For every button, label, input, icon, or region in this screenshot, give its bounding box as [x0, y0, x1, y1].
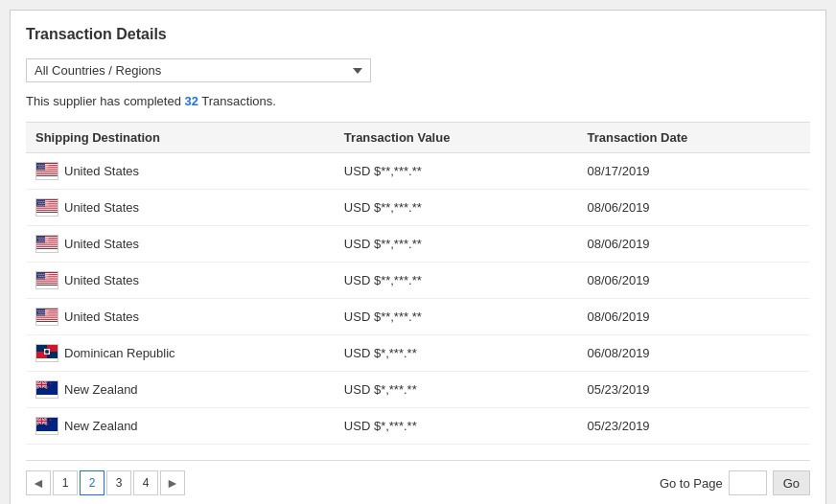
svg-rect-5: [36, 172, 58, 173]
svg-rect-16: [36, 209, 58, 210]
table-row: ★★★★★★ ★★★★★ ★★★★★★ United StatesUSD $**…: [26, 226, 810, 263]
shipping-destination-cell: New Zealand: [26, 372, 335, 408]
svg-rect-26: [36, 243, 58, 244]
transaction-count-link[interactable]: 32: [184, 94, 197, 108]
transaction-date-cell: 05/23/2019: [578, 408, 810, 445]
table-row: Dominican RepublicUSD $*,***.**06/08/201…: [26, 335, 810, 372]
dropdown-label: All Countries / Regions: [35, 63, 161, 78]
col-transaction-value: Transaction Value: [335, 123, 578, 153]
svg-rect-28: [36, 247, 58, 248]
table-row: New ZealandUSD $*,***.**05/23/2019: [26, 372, 810, 408]
svg-rect-6: [36, 174, 58, 175]
table-row: ★★★★★★ ★★★★★ ★★★★★★ United StatesUSD $**…: [26, 153, 810, 190]
svg-rect-17: [36, 211, 58, 212]
goto-page-button[interactable]: Go: [773, 470, 810, 495]
svg-rect-38: [36, 282, 58, 283]
transaction-date-cell: 05/23/2019: [578, 372, 810, 408]
goto-page-section: Go to Page Go: [660, 470, 810, 495]
transaction-value-cell: USD $**,***.**: [335, 299, 578, 335]
shipping-destination-cell: Dominican Republic: [26, 335, 335, 372]
svg-rect-37: [36, 280, 58, 281]
transaction-value-cell: USD $*,***.**: [335, 372, 578, 408]
page-controls: ◄ 1 2 3 4 ►: [26, 470, 185, 495]
transaction-value-cell: USD $*,***.**: [335, 408, 578, 445]
shipping-destination-cell: ★★★★★★ ★★★★★ ★★★★★★ United States: [26, 263, 335, 299]
table-header-row: Shipping Destination Transaction Value T…: [26, 123, 810, 153]
svg-rect-49: [36, 318, 58, 319]
transaction-value-cell: USD $*,***.**: [335, 335, 578, 372]
transaction-date-cell: 08/17/2019: [578, 153, 810, 190]
transaction-date-cell: 08/06/2019: [578, 263, 810, 299]
svg-rect-48: [36, 316, 58, 317]
svg-rect-27: [36, 245, 58, 246]
shipping-destination-cell: ★★★★★★ ★★★★★ ★★★★★★ United States: [26, 153, 335, 190]
svg-rect-39: [36, 284, 58, 285]
table-row: ★★★★★★ ★★★★★ ★★★★★★ United StatesUSD $**…: [26, 263, 810, 299]
goto-page-input[interactable]: [729, 470, 767, 495]
shipping-destination-cell: New Zealand: [26, 408, 335, 445]
transaction-date-cell: 08/06/2019: [578, 299, 810, 335]
svg-rect-50: [36, 320, 58, 321]
transaction-value-cell: USD $**,***.**: [335, 153, 578, 190]
page-2-button[interactable]: 2: [80, 470, 104, 495]
transaction-value-cell: USD $**,***.**: [335, 263, 578, 299]
svg-point-60: [45, 350, 49, 354]
col-transaction-date: Transaction Date: [578, 123, 810, 153]
transaction-value-cell: USD $**,***.**: [335, 226, 578, 263]
table-row: ★★★★★★ ★★★★★ ★★★★★★ United StatesUSD $**…: [26, 190, 810, 226]
transaction-details-panel: Transaction Details All Countries / Regi…: [10, 10, 826, 504]
goto-page-label: Go to Page: [660, 476, 723, 491]
col-shipping-destination: Shipping Destination: [26, 123, 335, 153]
page-4-button[interactable]: 4: [133, 470, 158, 495]
pagination-bar: ◄ 1 2 3 4 ► Go to Page Go: [26, 460, 810, 495]
page-title: Transaction Details: [26, 26, 810, 43]
transaction-count-text: This supplier has completed 32 Transacti…: [26, 94, 810, 108]
table-row: ★★★★★★ ★★★★★ ★★★★★★ United StatesUSD $**…: [26, 299, 810, 335]
transaction-date-cell: 06/08/2019: [578, 335, 810, 372]
chevron-down-icon: [353, 68, 362, 74]
filter-row: All Countries / Regions: [26, 58, 810, 82]
shipping-destination-cell: ★★★★★★ ★★★★★ ★★★★★★ United States: [26, 226, 335, 263]
table-row: New ZealandUSD $*,***.**05/23/2019: [26, 408, 810, 445]
transaction-value-cell: USD $**,***.**: [335, 190, 578, 226]
svg-rect-4: [36, 171, 58, 172]
shipping-destination-cell: ★★★★★★ ★★★★★ ★★★★★★ United States: [26, 190, 335, 226]
prev-page-button[interactable]: ◄: [26, 470, 51, 495]
next-page-button[interactable]: ►: [160, 470, 185, 495]
country-region-dropdown[interactable]: All Countries / Regions: [26, 58, 371, 82]
shipping-destination-cell: ★★★★★★ ★★★★★ ★★★★★★ United States: [26, 299, 335, 335]
transactions-table: Shipping Destination Transaction Value T…: [26, 122, 810, 445]
transaction-date-cell: 08/06/2019: [578, 226, 810, 263]
page-1-button[interactable]: 1: [53, 470, 78, 495]
transaction-date-cell: 08/06/2019: [578, 190, 810, 226]
table-header: Shipping Destination Transaction Value T…: [26, 123, 810, 153]
table-body: ★★★★★★ ★★★★★ ★★★★★★ United StatesUSD $**…: [26, 153, 810, 445]
svg-rect-15: [36, 207, 58, 208]
page-3-button[interactable]: 3: [106, 470, 131, 495]
